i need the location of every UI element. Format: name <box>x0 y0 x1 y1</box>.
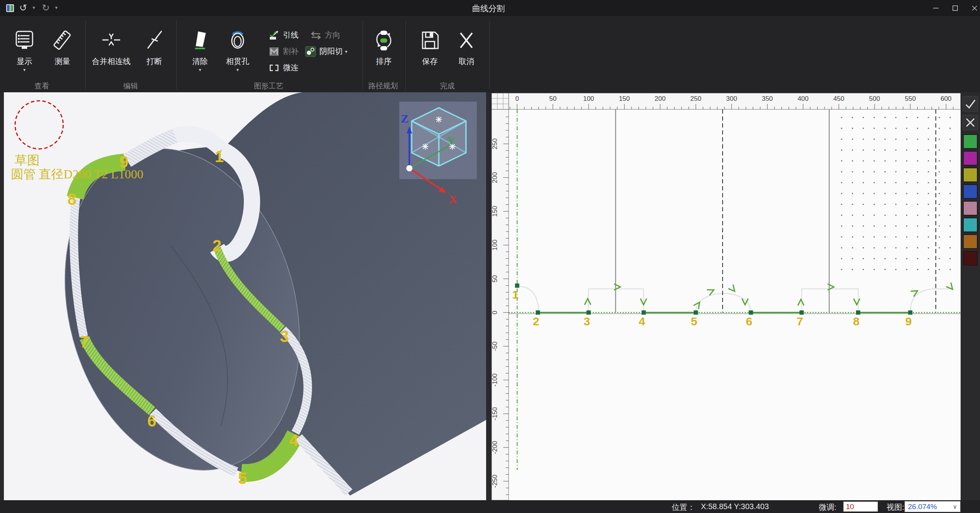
ruler-label-x: 300 <box>726 95 737 102</box>
ruler-label-x: 200 <box>655 95 666 102</box>
minimize-button[interactable] <box>927 0 945 16</box>
redo-icon[interactable]: ↻ <box>42 2 50 14</box>
color-swatch[interactable] <box>963 134 978 149</box>
main-area: 草图 圆管 直径D200 T2 L1000 123456789 <box>0 92 980 500</box>
color-swatch[interactable] <box>963 251 978 266</box>
ruler-label-y: 0 <box>492 311 499 314</box>
ruler-label-x: 550 <box>905 95 916 102</box>
curve-point-marker[interactable] <box>799 311 804 315</box>
yinyang-dropdown-caret[interactable]: ▾ <box>345 49 347 54</box>
color-swatch[interactable] <box>963 184 978 199</box>
group-divider <box>405 21 406 90</box>
curve-point-marker[interactable] <box>515 283 519 288</box>
ruler-label-x: 150 <box>619 95 630 102</box>
nudge-input[interactable] <box>843 501 878 512</box>
cut-patch-button[interactable]: 割补 <box>268 46 298 57</box>
color-swatch[interactable] <box>963 234 978 249</box>
stipple-region <box>837 111 956 278</box>
curve-point-marker[interactable] <box>642 311 646 315</box>
ruler-label-y: 50 <box>492 275 499 283</box>
redo-dropdown-caret[interactable]: ▾ <box>55 5 58 10</box>
close-button[interactable] <box>965 0 980 16</box>
ruler-label-y: -50 <box>492 342 499 351</box>
position-label: 位置： <box>672 502 695 513</box>
ribbon-toolbar: 显示 ▾ 测量 <box>0 16 980 92</box>
curve-point-marker[interactable] <box>536 311 540 315</box>
group-label-path: 路径规划 <box>352 81 414 91</box>
ruler-corner[interactable] <box>492 93 509 109</box>
curve-point-marker[interactable] <box>587 311 591 315</box>
maximize-button[interactable] <box>946 0 964 16</box>
color-swatch[interactable] <box>963 201 978 216</box>
intersect-hole-button[interactable]: 相贯孔 ▾ <box>219 25 256 73</box>
group-divider <box>362 21 363 90</box>
ruler-label-y: 250 <box>492 138 499 149</box>
sketch-title: 草图 <box>15 153 40 167</box>
point-number-label-3d: 5 <box>238 469 247 487</box>
direction-button[interactable]: 方向 <box>310 30 340 40</box>
view-zoom-dropdown[interactable]: 26.074% ∨ <box>904 501 961 512</box>
minimize-icon <box>932 5 939 12</box>
point-number-label: 3 <box>583 315 590 328</box>
color-swatch[interactable] <box>963 151 978 166</box>
display-button[interactable]: 显示 ▾ <box>7 25 42 73</box>
point-number-label-3d: 6 <box>147 412 156 430</box>
curve-point-marker[interactable] <box>908 311 913 315</box>
intersect-hole-dropdown-caret[interactable]: ▾ <box>219 67 256 73</box>
micro-joint-button[interactable]: 微连 <box>268 62 298 73</box>
color-swatch[interactable] <box>963 168 978 182</box>
ruler-label-y: 100 <box>492 240 499 250</box>
undo-dropdown-caret[interactable]: ▾ <box>33 5 35 10</box>
axis-z-label: Z <box>401 112 409 125</box>
view-label: 视图: <box>887 502 904 513</box>
window-title: 曲线分割 <box>438 3 539 14</box>
position-value: X:58.854 Y:303.403 <box>701 502 769 511</box>
ruler-label-x: 350 <box>762 95 773 102</box>
axis-y-label: Y <box>447 135 455 147</box>
reject-button[interactable] <box>963 115 978 130</box>
yinyang-cut-button[interactable]: 阴阳切 ▾ <box>305 46 347 57</box>
save-floppy-icon <box>413 25 447 55</box>
display-dropdown-caret[interactable]: ▾ <box>7 67 42 73</box>
chevron-down-icon: ∨ <box>953 503 960 510</box>
point-number-label: 1 <box>512 288 519 301</box>
point-number-label-3d: 1 <box>215 147 224 166</box>
axis-x-label: X <box>449 193 457 206</box>
group-divider <box>176 21 177 90</box>
sketch-circle <box>15 101 63 149</box>
color-swatch[interactable] <box>963 218 978 232</box>
viewport-3d[interactable]: 草图 圆管 直径D200 T2 L1000 123456789 <box>4 92 486 500</box>
save-button[interactable]: 保存 <box>413 25 447 67</box>
clear-dropdown-caret[interactable]: ▾ <box>183 67 217 73</box>
break-button[interactable]: 打断 <box>138 25 171 67</box>
group-divider <box>489 21 490 90</box>
app-icon[interactable] <box>6 4 14 12</box>
curve-point-marker[interactable] <box>856 311 860 315</box>
undo-icon[interactable]: ↺ <box>19 2 27 14</box>
curve-point-marker[interactable] <box>749 311 753 315</box>
maximize-icon <box>952 5 959 12</box>
point-number-label-3d: 3 <box>280 327 289 345</box>
point-number-label-3d: 8 <box>67 190 76 208</box>
clear-button[interactable]: 清除 ▾ <box>183 25 217 73</box>
cancel-x-icon <box>450 25 483 55</box>
ruler-label-y: -150 <box>492 407 499 420</box>
curve-point-marker[interactable] <box>694 311 698 315</box>
ruler-label-x: 600 <box>940 95 951 102</box>
ruler-label-y: 150 <box>492 206 499 217</box>
confirm-button[interactable] <box>963 96 978 112</box>
ruler-label-y: 200 <box>492 172 499 183</box>
point-number-label: 6 <box>746 315 752 328</box>
merge-lines-button[interactable]: 合并相连线 <box>82 25 140 67</box>
status-bar: 位置： X:58.854 Y:303.403 微调: 视图: 26.074% ∨ <box>0 500 980 513</box>
point-number-label: 2 <box>533 315 539 328</box>
panel-2d-unwrap[interactable]: 123456789 050100150200250300350400450500… <box>492 93 961 500</box>
cancel-button[interactable]: 取消 <box>450 25 483 67</box>
sort-button[interactable]: 排序 <box>367 25 400 67</box>
break-line-icon <box>138 25 171 55</box>
cut-patch-icon <box>268 47 280 57</box>
measure-button[interactable]: 测量 <box>46 25 79 67</box>
group-label-process: 图形工艺 <box>238 81 300 91</box>
lead-line-button[interactable]: 引线 <box>268 30 298 40</box>
application-window: ↺ ▾ ↻ ▾ 曲线分割 <box>0 0 980 513</box>
